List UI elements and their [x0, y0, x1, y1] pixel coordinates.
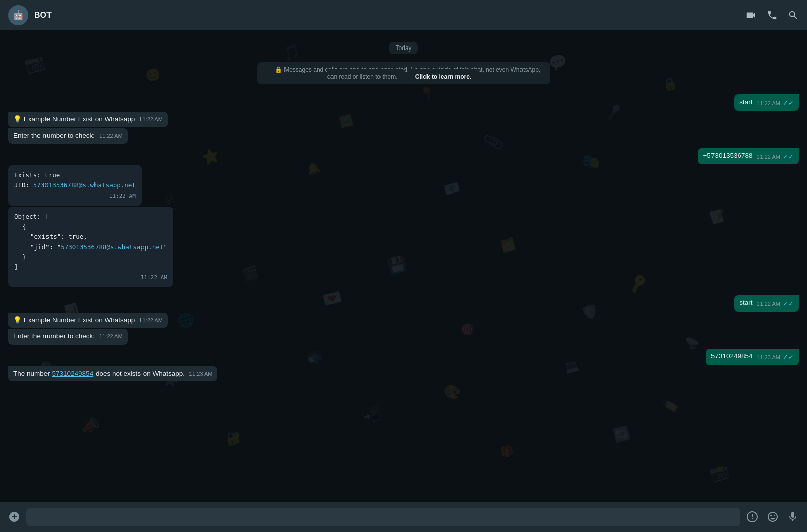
bubble-text: start [739, 98, 752, 106]
encryption-text: 🔒 Messages and calls are end-to-end encr… [267, 62, 540, 84]
incoming-bubble: 💡 Example Number Exist on Whatsapp 11:22… [8, 112, 168, 127]
plus-icon[interactable] [8, 511, 20, 523]
outgoing-bubble: start 11:22 AM ✓✓ [734, 94, 799, 111]
footer-right-icons [746, 511, 799, 523]
exists-result-bubble: Exists: true JID: 573013536788@s.whatsap… [8, 165, 142, 206]
message-row: Object: [ { "exists": true, "jid": "5730… [8, 207, 799, 287]
incoming-bubble: Enter the number to check: 11:22 AM [8, 128, 128, 144]
message-time: 11:23 AM [189, 370, 212, 378]
jid-line: JID: 573013536788@s.whatsapp.net [14, 180, 136, 190]
bubble-text: +573013536788 [703, 152, 752, 159]
incoming-bubble: Enter the number to check: 11:22 AM [8, 329, 128, 345]
message-row: start 11:22 AM ✓✓ [8, 295, 799, 311]
chat-area: 📷 😊 🎵 📍 💬 🔒 📞 ⭐ 🖼️ 📎 🎤 💡 📱 🔔 📧 🎭 📝 🗓️ 🔗 … [0, 30, 807, 502]
header: 🤖 BOT [0, 0, 807, 30]
exists-line: Exists: true [14, 170, 136, 180]
incoming-bubble: 💡 Example Number Exist on Whatsapp 11:22… [8, 313, 168, 328]
message-row: 57310249854 11:23 AM ✓✓ [8, 349, 799, 365]
message-time: 11:22 AM [109, 191, 136, 201]
not-exists-bubble: The number 57310249854 does not exists o… [8, 366, 217, 382]
message-row: The number 57310249854 does not exists o… [8, 366, 799, 382]
messages-container: Today 🔒 Messages and calls are end-to-en… [0, 42, 807, 381]
header-icons [745, 10, 799, 21]
not-exists-text: The number 57310249854 does not exists o… [13, 370, 185, 377]
message-row: Enter the number to check: 11:22 AM [8, 329, 799, 345]
object-header: Object: [ [14, 212, 167, 222]
search-icon[interactable] [788, 10, 799, 21]
message-input[interactable] [26, 508, 740, 526]
phone-call-icon[interactable] [767, 10, 778, 21]
object-jid-link[interactable]: 573013536788@s.whatsapp.net [61, 243, 163, 251]
video-call-icon[interactable] [745, 10, 756, 21]
message-time: 11:22 AM [140, 273, 167, 282]
message-time: 11:22 AM [99, 333, 122, 341]
bubble-text: start [739, 299, 752, 306]
bubble-text: 💡 Example Number Exist on Whatsapp [13, 316, 135, 324]
outgoing-bubble: start 11:22 AM ✓✓ [734, 295, 799, 311]
message-row: start 11:22 AM ✓✓ [8, 94, 799, 111]
footer [0, 502, 807, 532]
message-time: 11:22 AM [139, 116, 162, 123]
date-badge: Today [8, 42, 799, 54]
message-row: Enter the number to check: 11:22 AM [8, 128, 799, 144]
message-time: 11:22 AM ✓✓ [756, 99, 794, 108]
message-time: 11:22 AM ✓✓ [756, 299, 794, 308]
not-exists-number-link[interactable]: 57310249854 [52, 370, 94, 377]
bubble-text: 57310249854 [711, 352, 753, 360]
sticker-icon[interactable] [746, 511, 758, 523]
learn-more-link[interactable]: Click to learn more. [407, 69, 480, 84]
chat-title: BOT [34, 11, 739, 20]
message-row: 💡 Example Number Exist on Whatsapp 11:22… [8, 112, 799, 127]
message-row: +573013536788 11:22 AM ✓✓ [8, 148, 799, 164]
message-time: 11:23 AM ✓✓ [756, 353, 794, 362]
jid-link[interactable]: 573013536788@s.whatsapp.net [33, 181, 136, 189]
message-row: 💡 Example Number Exist on Whatsapp 11:22… [8, 313, 799, 328]
message-time: 11:22 AM [99, 132, 122, 140]
bubble-text: 💡 Example Number Exist on Whatsapp [13, 115, 135, 123]
mic-icon[interactable] [787, 511, 799, 523]
outgoing-bubble: +573013536788 11:22 AM ✓✓ [698, 148, 799, 164]
encryption-notice: 🔒 Messages and calls are end-to-end encr… [8, 62, 799, 84]
message-time: 11:22 AM [139, 317, 162, 324]
bubble-text: Enter the number to check: [13, 132, 95, 139]
avatar[interactable]: 🤖 [8, 5, 28, 25]
message-row: Exists: true JID: 573013536788@s.whatsap… [8, 165, 799, 206]
emoji-icon[interactable] [767, 511, 779, 523]
message-time: 11:22 AM ✓✓ [756, 152, 794, 161]
outgoing-bubble: 57310249854 11:23 AM ✓✓ [706, 349, 799, 365]
svg-text:🤖: 🤖 [13, 10, 24, 21]
object-result-bubble: Object: [ { "exists": true, "jid": "5730… [8, 207, 173, 287]
bubble-text: Enter the number to check: [13, 332, 95, 340]
